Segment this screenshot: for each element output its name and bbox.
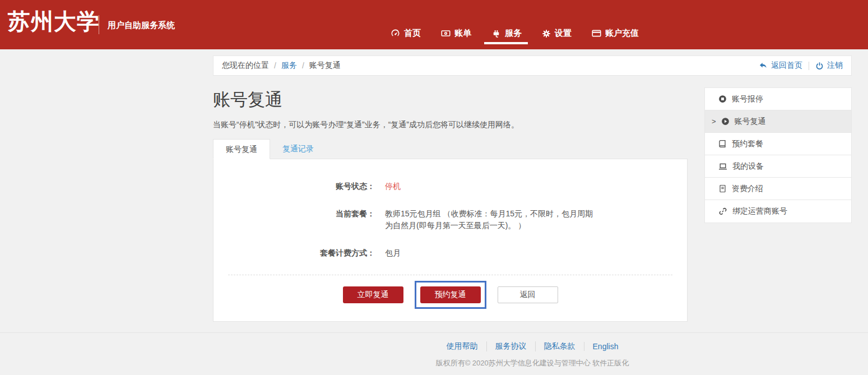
form-row-account-status: 账号状态： 停机 (213, 180, 687, 192)
form-row-current-plan: 当前套餐： 教师15元包月组 （收费标准：每月15元，不限时，包月周期为自然月(… (213, 208, 687, 232)
sidebar-item-bind-operator-account[interactable]: 绑定运营商账号 (705, 200, 851, 223)
topbar-actions: 返回首页 注销 (759, 61, 843, 71)
play-circle-icon (721, 117, 730, 126)
billing-method-value: 包月 (385, 247, 401, 259)
logout-link[interactable]: 注销 (815, 61, 843, 71)
sidebar-item-label: 资费介绍 (732, 184, 763, 194)
footer-link-privacy[interactable]: 隐私条款 (535, 341, 584, 351)
main-content: 账号复通 当账号“停机”状态时，可以为账号办理“复通”业务，“复通”成功后您将可… (213, 89, 688, 322)
restore-now-button[interactable]: 立即复通 (343, 286, 403, 303)
active-item-marker: > (712, 117, 716, 126)
billing-method-label: 套餐计费方式： (213, 247, 375, 259)
reply-arrow-icon (759, 61, 768, 70)
nav-label: 设置 (555, 28, 572, 39)
university-logo: 苏州大学 (8, 8, 100, 35)
page-title: 账号复通 (213, 89, 688, 111)
breadcrumb-location-label: 您现在的位置 (222, 61, 269, 71)
breadcrumb: 您现在的位置 / 服务 / 账号复通 (222, 61, 341, 71)
gear-icon (542, 29, 551, 38)
account-status-label: 账号状态： (213, 180, 375, 192)
sidebar-item-label: 预约套餐 (732, 139, 763, 149)
sidebar-item-label: 绑定运营商账号 (732, 206, 787, 216)
current-plan-value: 教师15元包月组 （收费标准：每月15元，不限时，包月周期为自然月(即每月第一天… (385, 208, 597, 232)
reserve-restore-highlight-box: 预约复通 (415, 281, 486, 309)
logout-label: 注销 (827, 61, 843, 71)
nav-label: 服务 (505, 28, 522, 39)
account-status-value: 停机 (385, 180, 401, 192)
current-plan-label: 当前套餐： (213, 208, 375, 232)
dashboard-icon (391, 29, 400, 38)
dashed-divider (228, 275, 672, 275)
reserve-restore-button[interactable]: 预约复通 (420, 286, 481, 303)
breadcrumb-link-services[interactable]: 服务 (281, 61, 297, 71)
restore-form: 账号状态： 停机 当前套餐： 教师15元包月组 （收费标准：每月15元，不限时，… (213, 159, 687, 259)
stop-circle-icon (718, 95, 727, 103)
footer-link-english[interactable]: English (584, 342, 627, 351)
service-sidebar: 账号报停 > 账号复通 预约套餐 我的设备 (704, 87, 852, 223)
logo-divider (99, 15, 99, 34)
document-icon (718, 184, 727, 193)
breadcrumb-current: 账号复通 (309, 61, 341, 71)
footer-link-service-agreement[interactable]: 服务协议 (486, 341, 535, 351)
nav-label: 账户充值 (605, 28, 639, 39)
breadcrumb-separator: / (274, 61, 276, 70)
sidebar-item-account-suspend[interactable]: 账号报停 (705, 88, 851, 110)
breadcrumb-bar: 您现在的位置 / 服务 / 账号复通 返回首页 注销 (213, 55, 852, 76)
footer-inner: 使用帮助 服务协议 隐私条款 English 版权所有© 2020苏州大学信息化… (213, 341, 852, 368)
sidebar-item-label: 我的设备 (732, 161, 764, 172)
nav-item-settings[interactable]: 设置 (542, 28, 572, 39)
back-button[interactable]: 返回 (498, 286, 558, 303)
sidebar-item-reserve-plan[interactable]: 预约套餐 (705, 133, 851, 155)
back-home-link[interactable]: 返回首页 (759, 61, 802, 71)
main-nav: 首页 账单 服务 (391, 28, 639, 39)
nav-item-services[interactable]: 服务 (491, 28, 522, 39)
button-row: 立即复通 预约复通 返回 (213, 281, 687, 309)
book-icon (718, 140, 727, 148)
tab-bar: 账号复通 复通记录 (213, 139, 688, 159)
nav-item-home[interactable]: 首页 (391, 28, 421, 39)
page-footer: 使用帮助 服务协议 隐私条款 English 版权所有© 2020苏州大学信息化… (0, 332, 868, 368)
page-description: 当账号“停机”状态时，可以为账号办理“复通”业务，“复通”成功后您将可以继续使用… (213, 120, 688, 130)
back-home-label: 返回首页 (771, 61, 802, 71)
breadcrumb-separator: / (302, 61, 304, 70)
sidebar-item-my-devices[interactable]: 我的设备 (705, 155, 851, 178)
laptop-icon (718, 162, 727, 171)
restore-panel: 账号状态： 停机 当前套餐： 教师15元包月组 （收费标准：每月15元，不限时，… (213, 159, 688, 322)
credit-card-icon (592, 29, 601, 38)
copyright-text: 版权所有© 2020苏州大学信息化建设与管理中心 软件正版化 (213, 358, 852, 368)
sidebar-item-account-restore[interactable]: > 账号复通 (705, 110, 851, 133)
sidebar-item-label: 账号复通 (735, 117, 766, 127)
plug-icon (491, 29, 501, 38)
footer-links: 使用帮助 服务协议 隐私条款 English (213, 341, 852, 351)
tab-account-restore[interactable]: 账号复通 (213, 139, 270, 159)
topbar-divider (809, 62, 809, 70)
bill-icon (441, 29, 451, 38)
nav-item-bills[interactable]: 账单 (441, 28, 471, 39)
nav-label: 首页 (404, 28, 421, 39)
app-subtitle: 用户自助服务系统 (108, 20, 175, 31)
footer-link-help[interactable]: 使用帮助 (438, 341, 486, 351)
app-header: 苏州大学 用户自助服务系统 首页 账单 (0, 0, 868, 49)
sidebar-item-label: 账号报停 (732, 94, 763, 104)
sidebar-item-pricing-info[interactable]: 资费介绍 (705, 178, 851, 200)
tab-restore-records[interactable]: 复通记录 (270, 139, 326, 159)
link-icon (718, 207, 727, 216)
form-row-billing-method: 套餐计费方式： 包月 (213, 247, 687, 259)
nav-label: 账单 (454, 28, 471, 39)
power-icon (815, 62, 824, 70)
nav-item-recharge[interactable]: 账户充值 (592, 28, 639, 39)
